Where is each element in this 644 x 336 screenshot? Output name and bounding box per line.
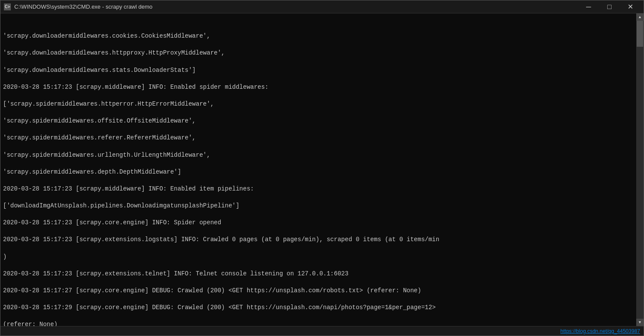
scrollbar-track[interactable] [636,21,644,319]
scroll-up-arrow[interactable]: ▲ [636,13,644,21]
terminal-line: 2020-03-28 15:17:23 [scrapy.extensions.l… [3,236,634,244]
title-bar: C> C:\WINDOWS\system32\CMD.exe - scrapy … [0,0,644,13]
terminal-output: 'scrapy.downloadermiddlewares.cookies.Co… [0,13,636,326]
terminal-line: 'scrapy.downloadermiddlewares.cookies.Co… [3,32,634,41]
terminal-line: 'scrapy.spidermiddlewares.referer.Refere… [3,134,634,142]
terminal-line: 'scrapy.spidermiddlewares.urllength.UrlL… [3,151,634,160]
terminal-line: 'scrapy.downloadermiddlewares.httpproxy.… [3,49,634,58]
terminal-line: ['scrapy.spidermiddlewares.httperror.Htt… [3,100,634,109]
scroll-down-arrow[interactable]: ▼ [636,319,644,326]
window-title: C:\WINDOWS\system32\CMD.exe - scrapy cra… [14,3,579,10]
terminal-line: 2020-03-28 15:17:23 [scrapy.middleware] … [3,83,634,92]
bottom-url-link[interactable]: https://blog.csdn.net/qq_44503987 [560,328,640,334]
terminal-line: 2020-03-28 15:17:27 [scrapy.core.engine]… [3,287,634,295]
vertical-scrollbar[interactable]: ▲ ▼ [636,13,644,326]
terminal-line: 2020-03-28 15:17:23 [scrapy.middleware] … [3,185,634,194]
terminal-line: 2020-03-28 15:17:23 [scrapy.core.engine]… [3,219,634,227]
cmd-icon: C> [4,3,11,10]
window: C> C:\WINDOWS\system32\CMD.exe - scrapy … [0,0,644,336]
terminal-line: 'scrapy.downloadermiddlewares.stats.Down… [3,66,634,75]
terminal-line: ['downloadImgAtUnsplash.pipelines.Downlo… [3,202,634,210]
content-area: 'scrapy.downloadermiddlewares.cookies.Co… [0,13,644,326]
terminal-line: (referer: None) [3,320,634,326]
maximize-button[interactable]: □ [599,0,619,13]
terminal-line: ) [3,253,634,262]
terminal-line: 2020-03-28 15:17:29 [scrapy.core.engine]… [3,304,634,312]
terminal-line: 'scrapy.spidermiddlewares.offsite.Offsit… [3,117,634,126]
terminal-line: 'scrapy.spidermiddlewares.depth.DepthMid… [3,168,634,177]
terminal-line: 2020-03-28 15:17:23 [scrapy.extensions.t… [3,270,634,278]
minimize-button[interactable]: ─ [579,0,599,13]
window-controls: ─ □ ✕ [579,0,640,13]
bottom-bar: https://blog.csdn.net/qq_44503987 [0,326,644,336]
close-button[interactable]: ✕ [620,0,640,13]
scrollbar-thumb[interactable] [637,21,643,47]
